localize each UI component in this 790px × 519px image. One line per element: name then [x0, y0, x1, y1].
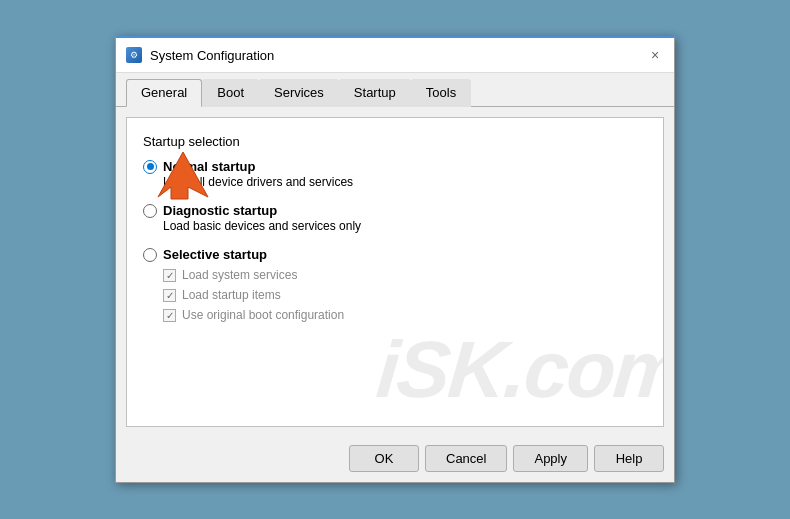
- check-row-original-boot: Use original boot configuration: [163, 308, 647, 322]
- section-label: Startup selection: [143, 134, 647, 149]
- cancel-button[interactable]: Cancel: [425, 445, 507, 472]
- selective-startup-radio[interactable]: [143, 248, 157, 262]
- selective-startup-option: Selective startup Load system services L…: [143, 247, 647, 322]
- normal-startup-option: Normal startup Load all device drivers a…: [143, 159, 647, 189]
- use-original-boot-label: Use original boot configuration: [182, 308, 344, 322]
- tab-bar: General Boot Services Startup Tools: [116, 73, 674, 107]
- button-bar: OK Cancel Apply Help: [116, 437, 674, 482]
- load-startup-items-label: Load startup items: [182, 288, 281, 302]
- tab-tools[interactable]: Tools: [411, 79, 471, 107]
- svg-marker-0: [158, 152, 208, 199]
- arrow-pointer-indicator: [153, 147, 213, 205]
- apply-button[interactable]: Apply: [513, 445, 588, 472]
- use-original-boot-checkbox[interactable]: [163, 309, 176, 322]
- title-bar-left: ⚙ System Configuration: [126, 47, 274, 63]
- close-button[interactable]: ×: [646, 46, 664, 64]
- tab-boot[interactable]: Boot: [202, 79, 259, 107]
- ok-button[interactable]: OK: [349, 445, 419, 472]
- normal-startup-sub: Load all device drivers and services: [163, 175, 647, 189]
- diagnostic-startup-radio[interactable]: [143, 204, 157, 218]
- selective-checks-group: Load system services Load startup items …: [163, 268, 647, 322]
- normal-startup-row: Normal startup: [143, 159, 647, 174]
- window-icon: ⚙: [126, 47, 142, 63]
- load-system-services-checkbox[interactable]: [163, 269, 176, 282]
- selective-startup-row: Selective startup: [143, 247, 647, 262]
- system-configuration-window: ⚙ System Configuration × General Boot Se…: [115, 36, 675, 483]
- diagnostic-startup-sub: Load basic devices and services only: [163, 219, 647, 233]
- check-row-system-services: Load system services: [163, 268, 647, 282]
- content-area: iSK.com Startup selection Normal startup…: [126, 117, 664, 427]
- tab-general[interactable]: General: [126, 79, 202, 107]
- load-system-services-label: Load system services: [182, 268, 297, 282]
- load-startup-items-checkbox[interactable]: [163, 289, 176, 302]
- startup-selection-group: Normal startup Load all device drivers a…: [143, 159, 647, 328]
- help-button[interactable]: Help: [594, 445, 664, 472]
- selective-startup-label: Selective startup: [163, 247, 267, 262]
- diagnostic-startup-label: Diagnostic startup: [163, 203, 277, 218]
- tab-services[interactable]: Services: [259, 79, 339, 107]
- check-row-startup-items: Load startup items: [163, 288, 647, 302]
- diagnostic-startup-option: Diagnostic startup Load basic devices an…: [143, 203, 647, 233]
- title-bar: ⚙ System Configuration ×: [116, 38, 674, 73]
- tab-startup[interactable]: Startup: [339, 79, 411, 107]
- watermark: iSK.com: [373, 324, 664, 416]
- window-title: System Configuration: [150, 48, 274, 63]
- diagnostic-startup-row: Diagnostic startup: [143, 203, 647, 218]
